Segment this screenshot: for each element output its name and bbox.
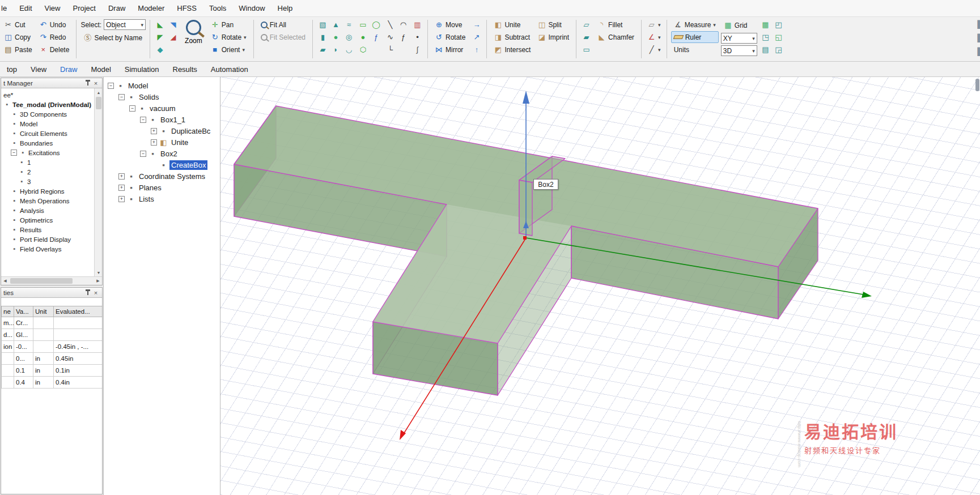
- toolbar-button-units[interactable]: Units: [671, 44, 719, 56]
- tab-simulation[interactable]: Simulation: [118, 62, 166, 76]
- close-icon[interactable]: ×: [92, 80, 100, 87]
- tree-expander-icon[interactable]: −: [118, 94, 125, 100]
- toolbar-button-curves-polyline[interactable]: └: [384, 44, 396, 56]
- menu-item-view[interactable]: View: [39, 0, 67, 16]
- menu-item-edit[interactable]: Edit: [13, 0, 38, 16]
- scroll-down-icon[interactable]: ▼: [95, 268, 102, 276]
- tab-draw[interactable]: Draw: [53, 62, 84, 76]
- toolbar-button-redo[interactable]: ↷Redo: [36, 31, 73, 43]
- property-cell[interactable]: 0.4in: [54, 377, 103, 389]
- project-tree-item-mesh-operations[interactable]: ▪Mesh Operations: [2, 196, 94, 206]
- pin-icon[interactable]: [84, 289, 92, 296]
- property-cell[interactable]: 0...: [14, 353, 33, 365]
- toolbar-button-shapes-2d-rect2d[interactable]: ▭: [357, 19, 369, 31]
- toolbar-button-delete[interactable]: ×Delete: [36, 44, 73, 56]
- toolbar-button-pick-modes-pick-vertex[interactable]: ◤: [154, 31, 166, 43]
- toolbar-button-pick-modes-pick-face[interactable]: ◣: [154, 19, 166, 31]
- model-tree-item-coordinate-systems[interactable]: +▪Coordinate Systems: [106, 170, 220, 182]
- project-tree-item-field-overlays[interactable]: ▪Field Overlays: [2, 244, 94, 254]
- property-cell[interactable]: in: [33, 353, 54, 365]
- toolbar-button-solids-bend[interactable]: ◡: [343, 44, 355, 56]
- property-cell[interactable]: -0.45in , -...: [54, 341, 103, 353]
- tree-expander-icon[interactable]: −: [108, 83, 114, 89]
- toolbar-button-paste[interactable]: ▤Paste: [1, 44, 35, 56]
- model-tree-item-planes[interactable]: +▪Planes: [106, 182, 220, 193]
- toolbar-button-measure[interactable]: ∡Measure▾: [671, 19, 719, 31]
- model-tree-item-solids[interactable]: −▪Solids: [106, 91, 220, 103]
- toolbar-button-solids-cone[interactable]: ▲: [330, 19, 342, 31]
- project-tree-item-port-field-display[interactable]: ▪Port Field Display: [2, 234, 94, 244]
- scroll-thumb[interactable]: [96, 97, 101, 109]
- properties-column-unit[interactable]: Unit: [33, 306, 54, 317]
- tab-automation[interactable]: Automation: [204, 62, 255, 76]
- project-tree-item-analysis[interactable]: ▪Analysis: [2, 206, 94, 215]
- menu-item-project[interactable]: Project: [66, 0, 101, 16]
- project-tree-vertical-scrollbar[interactable]: ▲ ▼: [94, 88, 102, 276]
- toolbar-button-window-tools-win-b[interactable]: ◳: [760, 31, 771, 43]
- toolbar-button-cs-tools-cs-line[interactable]: ╱▾: [646, 44, 663, 56]
- toolbar-button-solids-dome[interactable]: ◗: [330, 44, 342, 56]
- project-tree-item-3[interactable]: ▪3: [2, 177, 94, 186]
- toolbar-button-copy[interactable]: ◫Copy: [1, 31, 35, 43]
- menu-item-hfss[interactable]: HFSS: [171, 0, 203, 16]
- toolbar-button-clipped[interactable]: ▙: [974, 19, 980, 31]
- project-tree-item-hybrid-regions[interactable]: ▪Hybrid Regions: [2, 186, 94, 196]
- toolbar-button-solids-sphere[interactable]: ●: [330, 31, 342, 43]
- project-tree-item-2[interactable]: ▪2: [2, 167, 94, 177]
- property-cell[interactable]: m...: [2, 317, 14, 329]
- tab-top[interactable]: top: [0, 62, 24, 76]
- toolbar-button-window-tools-win-d[interactable]: ◲: [773, 44, 784, 56]
- toolbar-button-axis-move-move-z[interactable]: ↑: [470, 44, 482, 56]
- toolbar-button-curves-fx-curve[interactable]: ƒ: [397, 31, 409, 43]
- toolbar-button-rotate[interactable]: ↺Rotate: [432, 31, 468, 43]
- viewport-3d[interactable]: Box2 http://www.edatop.com 易迪拓培训 射频和天线设计…: [220, 77, 980, 495]
- toolbar-button-cut[interactable]: ✂Cut: [1, 19, 35, 31]
- project-tree-horizontal-scrollbar[interactable]: ◀ ▶: [1, 276, 102, 285]
- property-cell[interactable]: 0.4: [14, 377, 33, 389]
- toolbar-button-sheet-ops-sheet-thicken[interactable]: ▱: [580, 19, 592, 31]
- property-cell[interactable]: [2, 377, 14, 389]
- toolbar-button-shapes-2d-circle2d[interactable]: ●: [357, 31, 369, 43]
- model-tree-item-vacuum[interactable]: −▪vacuum: [106, 103, 220, 114]
- toolbar-button-imprint[interactable]: ◪Imprint: [534, 31, 572, 43]
- toolbar-button-pick-modes-pick-edge[interactable]: ◥: [167, 19, 179, 31]
- toolbar-button-axis-move-move-y[interactable]: ↗: [470, 31, 482, 43]
- toolbar-button-curves-arc[interactable]: ◠: [397, 19, 409, 31]
- property-cell[interactable]: [33, 329, 54, 341]
- tab-model[interactable]: Model: [84, 62, 117, 76]
- toolbar-button-sheet-ops-sheet-wrap[interactable]: ▭: [580, 44, 592, 56]
- menu-item-le[interactable]: le: [0, 0, 13, 16]
- tree-expander-icon[interactable]: −: [140, 151, 146, 157]
- toolbar-button-curves-line[interactable]: ╲: [384, 19, 396, 31]
- model-tree-item-lists[interactable]: +▪Lists: [106, 193, 220, 204]
- property-cell[interactable]: [2, 353, 14, 365]
- property-cell[interactable]: 0.45in: [54, 353, 103, 365]
- model-tree-item-box2[interactable]: −▪Box2: [106, 148, 220, 159]
- menu-item-modeler[interactable]: Modeler: [131, 0, 171, 16]
- toolbar-button-pan[interactable]: ✛Pan: [208, 19, 249, 31]
- scroll-left-icon[interactable]: ◀: [1, 277, 9, 285]
- tree-expander-icon[interactable]: +: [151, 139, 157, 146]
- toolbar-button-fit-selected[interactable]: Fit Selected: [258, 31, 308, 43]
- toolbar-button-sweep-sweep-box[interactable]: ▥: [411, 19, 423, 31]
- toolbar-button-solids-box3d[interactable]: ▧: [317, 19, 329, 31]
- tree-expander-icon[interactable]: −: [11, 150, 17, 156]
- project-tree-item-results[interactable]: ▪Results: [2, 225, 94, 234]
- project-tree-item-boundaries[interactable]: ▪Boundaries: [2, 138, 94, 148]
- project-tree-item-excitations[interactable]: −▪Excitations: [2, 148, 94, 157]
- toolbar-button-chamfer[interactable]: ◣Chamfer: [595, 31, 637, 43]
- toolbar-button-solids-helix[interactable]: ≈: [343, 19, 355, 31]
- property-cell[interactable]: [33, 317, 54, 329]
- toolbar-button-shapes-2d-polygon2d[interactable]: ⬡: [357, 44, 369, 56]
- tab-view[interactable]: View: [24, 62, 53, 76]
- toolbar-button-mirror[interactable]: ⋈Mirror: [432, 44, 468, 56]
- property-cell[interactable]: 0.1in: [54, 365, 103, 377]
- plane-combo[interactable]: XY▾: [721, 33, 757, 44]
- toolbar-button-sweep-sweep-path[interactable]: ∫: [411, 44, 423, 56]
- property-cell[interactable]: in: [33, 377, 54, 389]
- properties-column-evaluated[interactable]: Evaluated...: [54, 306, 103, 317]
- property-cell[interactable]: Gl...: [14, 329, 33, 341]
- model-tree-item-duplicatebc[interactable]: +▪DuplicateBc: [106, 125, 220, 136]
- property-cell[interactable]: -0...: [14, 341, 33, 353]
- toolbar-button-clipped[interactable]: ▙: [974, 46, 980, 58]
